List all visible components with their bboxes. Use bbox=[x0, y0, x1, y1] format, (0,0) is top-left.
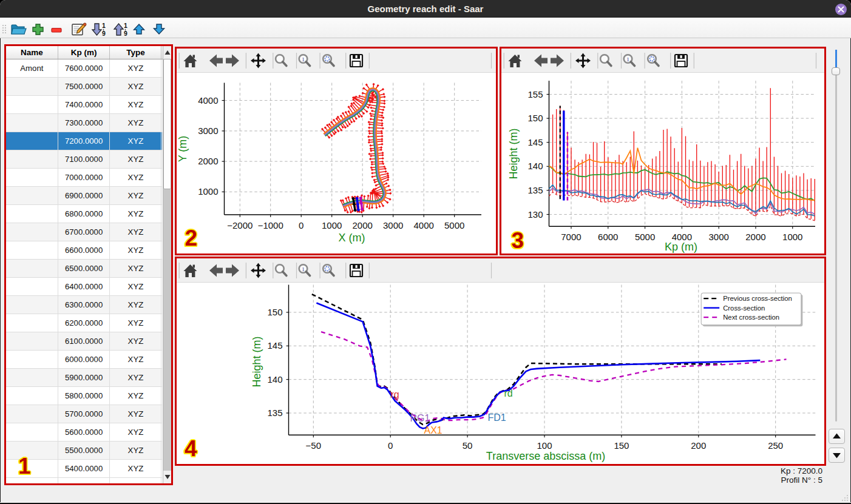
svg-text:−1000: −1000 bbox=[258, 220, 283, 230]
svg-text:1000: 1000 bbox=[322, 220, 342, 230]
svg-text:Y (m): Y (m) bbox=[177, 136, 189, 163]
svg-text:140: 140 bbox=[267, 374, 282, 385]
svg-text:1: 1 bbox=[302, 56, 305, 62]
svg-text:FD1: FD1 bbox=[488, 412, 506, 423]
svg-text:Previous cross-section: Previous cross-section bbox=[723, 295, 792, 302]
svg-text:1000: 1000 bbox=[782, 232, 802, 242]
svg-text:rd: rd bbox=[504, 388, 513, 398]
svg-text:200: 200 bbox=[691, 440, 706, 451]
svg-text:250: 250 bbox=[768, 440, 783, 451]
svg-text:1: 1 bbox=[124, 22, 127, 29]
svg-text:RG1: RG1 bbox=[410, 413, 430, 423]
svg-text:6000: 6000 bbox=[598, 232, 618, 242]
svg-text:5000: 5000 bbox=[444, 220, 464, 230]
svg-text:−50: −50 bbox=[306, 440, 321, 451]
svg-text:7000: 7000 bbox=[561, 232, 581, 242]
svg-text:145: 145 bbox=[527, 137, 543, 147]
svg-text:0: 0 bbox=[299, 220, 303, 230]
svg-text:Height (m): Height (m) bbox=[507, 128, 520, 179]
svg-text:150: 150 bbox=[614, 440, 629, 451]
svg-text:2000: 2000 bbox=[353, 220, 373, 230]
svg-text:5000: 5000 bbox=[634, 232, 654, 242]
svg-text:155: 155 bbox=[527, 89, 543, 99]
svg-text:135: 135 bbox=[527, 185, 543, 195]
svg-text:4000: 4000 bbox=[198, 95, 218, 106]
svg-text:2000: 2000 bbox=[198, 156, 218, 166]
svg-text:0: 0 bbox=[388, 440, 393, 451]
svg-text:4000: 4000 bbox=[414, 220, 434, 230]
svg-text:Transverse abscissa (m): Transverse abscissa (m) bbox=[486, 450, 605, 462]
svg-text:−2000: −2000 bbox=[227, 220, 253, 230]
svg-text:100: 100 bbox=[537, 440, 552, 451]
svg-text:1: 1 bbox=[102, 22, 106, 29]
svg-text:50: 50 bbox=[463, 440, 473, 451]
svg-text:1: 1 bbox=[626, 56, 629, 62]
svg-text:150: 150 bbox=[527, 113, 543, 123]
svg-text:AX1: AX1 bbox=[424, 425, 442, 435]
svg-text:3000: 3000 bbox=[198, 126, 218, 136]
svg-text:145: 145 bbox=[267, 340, 282, 351]
svg-text:130: 130 bbox=[527, 209, 543, 220]
svg-text:150: 150 bbox=[267, 307, 282, 317]
svg-text:Kp (m): Kp (m) bbox=[665, 241, 697, 253]
svg-text:Height (m): Height (m) bbox=[251, 336, 263, 387]
svg-text:2000: 2000 bbox=[745, 232, 765, 242]
svg-text:3000: 3000 bbox=[708, 232, 728, 242]
svg-text:Cross-section: Cross-section bbox=[723, 304, 765, 312]
svg-text:1: 1 bbox=[302, 266, 305, 272]
svg-text:X (m): X (m) bbox=[339, 232, 365, 244]
svg-text:1000: 1000 bbox=[198, 186, 218, 197]
svg-text:rg: rg bbox=[391, 389, 399, 400]
svg-text:140: 140 bbox=[527, 161, 543, 171]
svg-text:3000: 3000 bbox=[383, 220, 403, 230]
svg-text:Next cross-section: Next cross-section bbox=[723, 314, 779, 321]
svg-text:135: 135 bbox=[267, 408, 282, 418]
